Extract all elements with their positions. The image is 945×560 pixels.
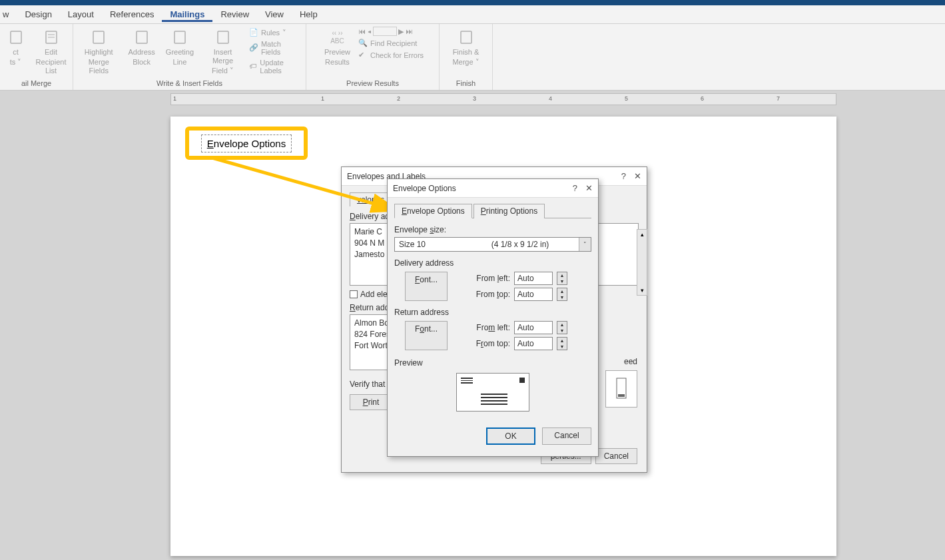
update-labels-button[interactable]: 🏷Update Labels — [249, 59, 302, 75]
scrollbar[interactable]: ▴ ▾ — [637, 229, 647, 296]
greeting-lbl-1: Greeting — [166, 48, 194, 57]
group-label-write-insert: Write & Insert Fields — [157, 78, 222, 89]
chevron-down-icon[interactable]: ˅ — [579, 238, 591, 251]
ribbon-group-mail-merge: ct ts ˅ Edit Recipient List ail Merge — [0, 24, 73, 90]
dialog-tabs: Envelope Options Printing Options — [394, 203, 591, 218]
delivery-from-top-input[interactable]: Auto — [514, 288, 553, 301]
feed-icon[interactable] — [605, 370, 637, 408]
group-label-preview: Preview Results — [346, 78, 399, 89]
print-button[interactable]: Print — [350, 394, 392, 410]
tab-partial[interactable]: w — [0, 7, 17, 22]
size-description: (4 1/8 x 9 1/2 in) — [462, 240, 579, 249]
tab-mailings[interactable]: Mailings — [162, 7, 212, 22]
greeting-line-button[interactable]: Greeting Line — [163, 27, 196, 68]
finish-lbl-2: Merge ˅ — [452, 58, 479, 67]
delivery-address-group: Delivery address Font... From left: Auto… — [394, 258, 591, 301]
close-icon[interactable]: ✕ — [634, 171, 641, 181]
svg-rect-5 — [137, 31, 147, 43]
finish-merge-button[interactable]: Finish & Merge ˅ — [450, 27, 481, 68]
size-selected: Size 10 — [395, 240, 462, 249]
record-nav[interactable]: ⏮ ◀ ▶ ⏭ — [358, 27, 424, 36]
envelope-size-label: Envelope size: — [394, 225, 591, 234]
help-icon[interactable]: ? — [573, 183, 577, 193]
tab-envelope-options[interactable]: Envelope Options — [394, 204, 472, 218]
address-lbl-1: Address — [129, 48, 155, 57]
return-group-title: Return address — [394, 308, 591, 317]
help-icon[interactable]: ? — [621, 171, 626, 181]
svg-rect-4 — [93, 31, 104, 43]
return-top-spinner[interactable]: ▲▼ — [557, 337, 567, 350]
close-icon[interactable]: ✕ — [585, 183, 593, 193]
delivery-font-button[interactable]: Font... — [405, 272, 448, 301]
tab-design[interactable]: Design — [17, 7, 59, 22]
ribbon-tabstrip: w Design Layout References Mailings Revi… — [0, 5, 945, 24]
ribbon-group-preview: ‹‹ ››ABC Preview Results ⏮ ◀ ▶ ⏭ 🔍Find R… — [306, 24, 440, 90]
svg-rect-8 — [461, 31, 472, 43]
cancel-button[interactable]: Cancel — [542, 427, 591, 445]
edit-label-2: Recipient List — [36, 58, 67, 75]
highlight-lbl-1: Highlight — [85, 48, 113, 57]
tab-view[interactable]: View — [257, 7, 292, 22]
dialog-titlebar-front[interactable]: Envelope Options ? ✕ — [388, 179, 598, 198]
delivery-group-title: Delivery address — [394, 258, 591, 268]
tab-printing-options[interactable]: Printing Options — [473, 204, 545, 218]
callout-envelope-options: Envelope Options — [185, 127, 308, 160]
check-errors-button[interactable]: ✔Check for Errors — [358, 51, 424, 60]
insert-merge-field-button[interactable]: Insert Merge Field ˅ — [202, 27, 244, 77]
tab-references[interactable]: References — [102, 7, 162, 22]
delivery-from-left-label: From left: — [468, 274, 510, 283]
select-recipients-button-partial[interactable]: ct ts ˅ — [4, 27, 28, 68]
ruler-area: 1 1 2 3 4 5 6 7 — [0, 91, 945, 111]
horizontal-ruler[interactable]: 1 1 2 3 4 5 6 7 — [170, 93, 836, 105]
svg-rect-0 — [11, 31, 21, 43]
return-from-top-input[interactable]: Auto — [514, 337, 553, 350]
delivery-from-top-label: From top: — [468, 290, 510, 299]
tab-review[interactable]: Review — [212, 7, 257, 22]
finish-lbl-1: Finish & — [453, 48, 479, 57]
envelope-size-combobox[interactable]: Size 10 (4 1/8 x 9 1/2 in) ˅ — [394, 237, 591, 252]
svg-rect-6 — [174, 31, 185, 43]
preview-lbl-2: Results — [325, 58, 350, 67]
preview-label: Preview — [394, 358, 591, 368]
edit-label-1: Edit — [45, 48, 57, 57]
insert-lbl-1: Insert Merge — [204, 48, 241, 65]
ribbon-group-finish: Finish & Merge ˅ Finish — [440, 24, 493, 90]
return-from-left-input[interactable]: Auto — [514, 321, 553, 334]
delivery-from-left-input[interactable]: Auto — [514, 272, 553, 285]
return-address-group: Return address Font... From left: Auto ▲… — [394, 308, 591, 350]
app-titlebar — [0, 0, 945, 5]
cancel-button-back[interactable]: Cancel — [595, 448, 637, 464]
delivery-left-spinner[interactable]: ▲▼ — [557, 272, 567, 285]
address-lbl-2: Block — [133, 58, 151, 67]
envelope-preview — [456, 373, 529, 412]
return-left-spinner[interactable]: ▲▼ — [557, 321, 567, 334]
return-from-top-label: From top: — [468, 339, 510, 348]
svg-rect-7 — [218, 31, 228, 43]
preview-results-button[interactable]: ‹‹ ››ABC Preview Results — [322, 27, 353, 68]
ribbon-group-write-insert: Highlight Merge Fields Address Block Gre… — [73, 24, 306, 90]
select-label-1: ct — [13, 48, 19, 57]
edit-recipient-list-button[interactable]: Edit Recipient List — [33, 27, 69, 77]
tab-layout[interactable]: Layout — [60, 7, 102, 22]
address-block-button[interactable]: Address Block — [126, 27, 158, 68]
delivery-top-spinner[interactable]: ▲▼ — [557, 288, 567, 301]
insert-lbl-2: Field ˅ — [212, 67, 234, 75]
tab-envelopes-partial[interactable]: velopes — [350, 192, 392, 206]
select-label-2: ts ˅ — [10, 58, 22, 67]
callout-text: Envelope Options — [201, 135, 292, 152]
tab-help[interactable]: Help — [292, 7, 326, 22]
dialog-front-title: Envelope Options — [393, 184, 456, 193]
ribbon: ct ts ˅ Edit Recipient List ail Merge Hi… — [0, 24, 945, 91]
feed-label: eed — [597, 357, 637, 366]
greeting-lbl-2: Line — [173, 58, 187, 67]
svg-rect-11 — [618, 394, 625, 397]
rules-button[interactable]: 📄Rules ˅ — [249, 28, 302, 37]
group-label-mail-merge: ail Merge — [21, 78, 51, 89]
highlight-merge-fields-button[interactable]: Highlight Merge Fields — [77, 27, 121, 77]
return-from-left-label: From left: — [468, 323, 510, 332]
find-recipient-button[interactable]: 🔍Find Recipient — [358, 39, 424, 48]
ok-button[interactable]: OK — [486, 427, 535, 445]
preview-lbl-1: Preview — [324, 48, 350, 57]
match-fields-button[interactable]: 🔗Match Fields — [249, 40, 302, 56]
return-font-button[interactable]: Font... — [405, 321, 448, 350]
